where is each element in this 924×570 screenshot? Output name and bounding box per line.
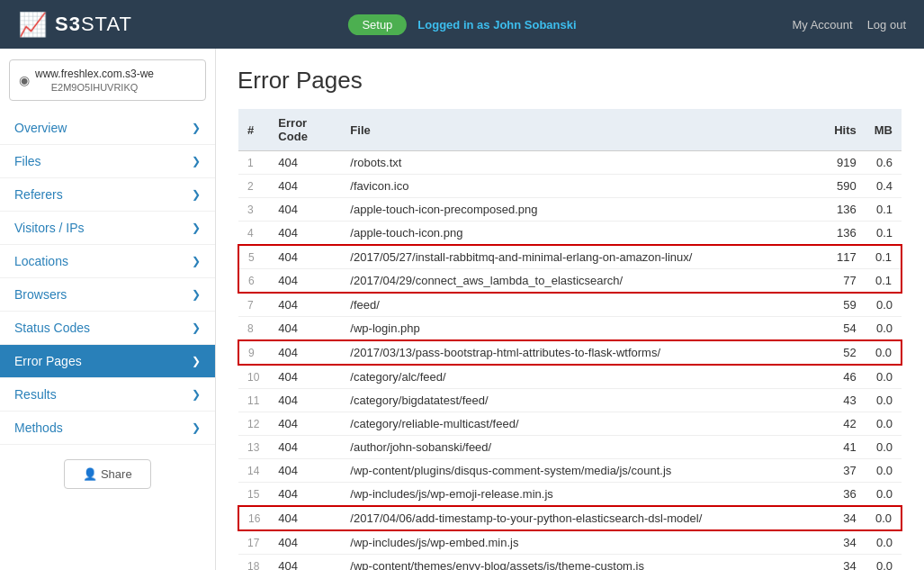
sidebar-item-status-codes[interactable]: Status Codes ❯ [0, 312, 215, 345]
table-row: 4 404 /apple-touch-icon.png 136 0.1 [238, 222, 902, 246]
row-code: 404 [269, 317, 341, 341]
setup-button[interactable]: Setup [347, 14, 407, 35]
logged-in-text: Logged in as John Sobanski [417, 18, 576, 32]
sidebar: ◉ www.freshlex.com.s3-we E2M9O5IHUVRIKQ … [0, 49, 216, 570]
share-button[interactable]: 👤 Share [64, 459, 150, 489]
row-num: 11 [238, 389, 269, 412]
sidebar-item-locations[interactable]: Locations ❯ [0, 245, 215, 278]
logo-icon: 📈 [18, 11, 48, 39]
row-file: /author/john-sobanski/feed/ [341, 436, 820, 459]
row-file: /apple-touch-icon.png [341, 222, 820, 246]
sidebar-item-label: Locations [14, 254, 68, 268]
chevron-right-icon: ❯ [192, 188, 201, 201]
row-file: /2017/05/27/install-rabbitmq-and-minimal… [341, 245, 820, 269]
row-code: 404 [269, 555, 341, 571]
table-row: 13 404 /author/john-sobanski/feed/ 41 0.… [238, 436, 902, 459]
row-file: /wp-includes/js/wp-emoji-release.min.js [341, 483, 820, 507]
globe-icon: ◉ [19, 73, 30, 87]
row-mb: 0.0 [866, 530, 902, 555]
row-code: 404 [269, 389, 341, 412]
row-num: 8 [238, 317, 269, 341]
table-row: 7 404 /feed/ 59 0.0 [238, 293, 902, 317]
row-file: /robots.txt [341, 151, 820, 175]
row-hits: 41 [821, 436, 866, 459]
header-center: Setup Logged in as John Sobanski [347, 14, 576, 35]
sidebar-item-browsers[interactable]: Browsers ❯ [0, 278, 215, 312]
sidebar-item-label: Error Pages [14, 354, 82, 368]
table-row: 10 404 /category/alc/feed/ 46 0.0 [238, 365, 902, 389]
row-mb: 0.0 [866, 555, 902, 571]
row-mb: 0.0 [866, 317, 902, 341]
row-code: 404 [269, 506, 341, 530]
row-hits: 34 [821, 530, 866, 555]
table-row: 5 404 /2017/05/27/install-rabbitmq-and-m… [238, 245, 902, 269]
row-num: 3 [238, 198, 269, 222]
row-mb: 0.1 [866, 222, 902, 246]
row-num: 15 [238, 483, 269, 507]
table-row: 16 404 /2017/04/06/add-timestamp-to-your… [238, 506, 902, 530]
sidebar-item-label: Files [14, 154, 41, 168]
sidebar-item-label: Methods [14, 421, 63, 435]
chevron-right-icon: ❯ [192, 288, 201, 301]
table-row: 6 404 /2017/04/29/connect_aws_lambda_to_… [238, 269, 902, 294]
row-code: 404 [269, 245, 341, 269]
row-code: 404 [269, 530, 341, 555]
row-code: 404 [269, 269, 341, 294]
row-num: 16 [238, 506, 269, 530]
sidebar-item-label: Status Codes [14, 321, 90, 335]
logout-link[interactable]: Log out [867, 18, 906, 32]
row-num: 5 [238, 245, 269, 269]
row-file: /2017/04/29/connect_aws_lambda_to_elasti… [341, 269, 820, 294]
row-code: 404 [269, 340, 341, 365]
sidebar-item-methods[interactable]: Methods ❯ [0, 412, 215, 445]
sidebar-item-files[interactable]: Files ❯ [0, 145, 215, 178]
site-selector[interactable]: ◉ www.freshlex.com.s3-we E2M9O5IHUVRIKQ [9, 59, 206, 101]
row-file: /2017/03/13/pass-bootstrap-html-attribut… [341, 340, 820, 365]
sidebar-item-results[interactable]: Results ❯ [0, 378, 215, 412]
sidebar-item-referers[interactable]: Referers ❯ [0, 178, 215, 212]
row-code: 404 [269, 198, 341, 222]
sidebar-item-visitors[interactable]: Visitors / IPs ❯ [0, 212, 215, 245]
chevron-right-icon: ❯ [192, 122, 201, 134]
row-hits: 77 [821, 269, 866, 294]
row-file: /wp-login.php [341, 317, 820, 341]
row-num: 14 [238, 459, 269, 483]
row-hits: 590 [821, 175, 866, 198]
table-row: 11 404 /category/bigdatatest/feed/ 43 0.… [238, 389, 902, 412]
row-file: /favicon.ico [341, 175, 820, 198]
row-hits: 42 [821, 412, 866, 436]
chevron-right-icon: ❯ [192, 321, 201, 334]
table-row: 9 404 /2017/03/13/pass-bootstrap-html-at… [238, 340, 902, 365]
row-file: /feed/ [341, 293, 820, 317]
sidebar-item-error-pages[interactable]: Error Pages ❯ [0, 345, 215, 378]
row-file: /category/alc/feed/ [341, 365, 820, 389]
row-file: /wp-includes/js/wp-embed.min.js [341, 530, 820, 555]
logo-stat: STAT [81, 13, 132, 35]
header-right-links: My Account Log out [792, 18, 906, 32]
row-file: /apple-touch-icon-precomposed.png [341, 198, 820, 222]
row-mb: 0.0 [866, 293, 902, 317]
row-hits: 46 [821, 365, 866, 389]
row-num: 17 [238, 530, 269, 555]
chevron-right-icon: ❯ [192, 155, 201, 167]
share-label: Share [101, 467, 132, 481]
row-code: 404 [269, 483, 341, 507]
chevron-right-icon: ❯ [192, 222, 201, 234]
row-mb: 0.1 [866, 245, 902, 269]
row-code: 404 [269, 365, 341, 389]
logo-text: S3STAT [55, 13, 132, 36]
site-id: E2M9O5IHUVRIKQ [35, 82, 154, 93]
row-num: 1 [238, 151, 269, 175]
sidebar-item-label: Referers [14, 187, 63, 202]
row-file: /category/reliable-multicast/feed/ [341, 412, 820, 436]
row-hits: 117 [821, 245, 866, 269]
my-account-link[interactable]: My Account [792, 18, 852, 32]
row-code: 404 [269, 175, 341, 198]
sidebar-item-label: Visitors / IPs [14, 221, 85, 235]
row-mb: 0.1 [866, 269, 902, 294]
row-hits: 37 [821, 459, 866, 483]
row-file: /wp-content/plugins/disqus-comment-syste… [341, 459, 820, 483]
sidebar-item-overview[interactable]: Overview ❯ [0, 112, 215, 145]
page-title: Error Pages [238, 67, 902, 95]
row-mb: 0.0 [866, 389, 902, 412]
